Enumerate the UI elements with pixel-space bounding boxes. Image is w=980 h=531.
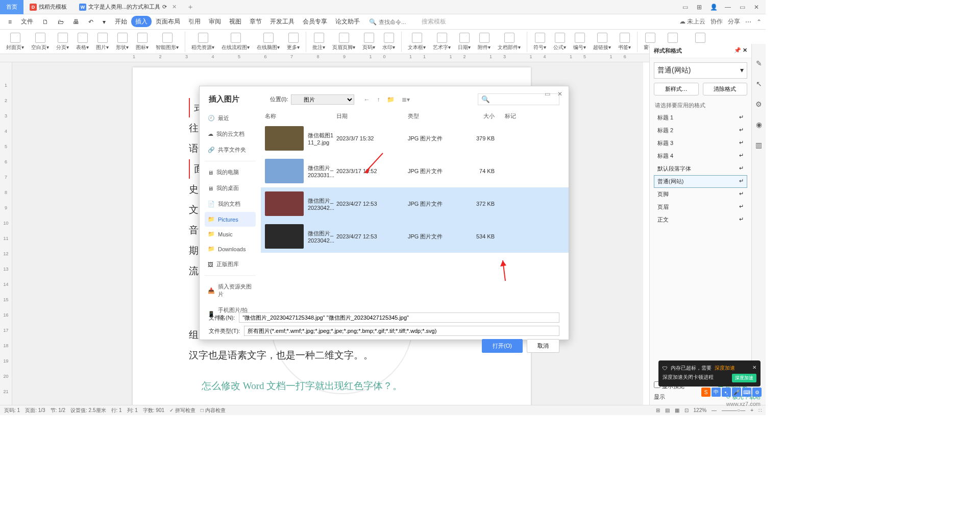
share-button[interactable]: 分享 [728,17,740,26]
ribbon-超链接[interactable]: 超链接▾ [590,33,614,51]
sidebar-共享文件夹[interactable]: 🔗共享文件夹 [205,142,256,158]
ime-mic-icon[interactable]: 🎤 [732,388,741,397]
status-right-item[interactable]: ———○— [722,407,745,413]
ribbon-封面页[interactable]: 封面页▾ [3,33,27,51]
sidebar-插入资源夹图片[interactable]: 📥插入资源夹图片 [205,279,256,302]
sidetool-nav-icon[interactable]: ◉ [756,120,762,129]
status-item[interactable]: 节: 1/2 [51,407,65,413]
menu-插入[interactable]: 插入 [131,16,152,27]
ribbon-分页[interactable]: 分页▾ [53,33,72,51]
ribbon-在线脑图[interactable]: 在线脑图▾ [254,33,283,51]
notif-close-icon[interactable]: ✕ [752,365,756,370]
sidetool-edit-icon[interactable]: ✎ [756,59,762,67]
status-right-item[interactable]: ⊞ [656,407,660,413]
sidebar-正版图库[interactable]: 🖼正版图库 [205,256,256,272]
menu-页面布局[interactable]: 页面布局 [152,16,184,27]
style-item[interactable]: 页眉↵ [654,201,747,213]
menu-审阅[interactable]: 审阅 [205,16,225,27]
dialog-close-icon[interactable]: ✕ [557,90,562,98]
status-item[interactable]: 页面: 1/3 [25,407,45,413]
win-user-icon[interactable]: 👤 [708,4,719,11]
sidebar-我的文档[interactable]: 📄我的文档 [205,196,256,212]
tab-add[interactable]: ＋ [183,3,198,12]
template-search[interactable]: 搜索模板 [422,17,446,26]
collab-button[interactable]: 协作 [710,17,723,26]
ime-logo-icon[interactable]: S [701,388,710,397]
ribbon-稻壳资源[interactable]: 稻壳资源▾ [188,33,217,51]
status-right-item[interactable]: ∷ [758,407,762,413]
style-item[interactable]: 标题 3↵ [654,137,747,150]
col-tag[interactable]: 标记 [495,112,525,120]
sidebar-我的电脑[interactable]: 🖥我的电脑 [205,164,256,180]
notif-action-button[interactable]: 深度加速 [732,374,756,382]
status-item[interactable]: 页码: 1 [4,407,20,413]
ribbon-艺术字[interactable]: 艺术字▾ [430,33,454,51]
file-row[interactable]: 微信图片_2023031...2023/3/17 10:52JPG 图片文件74… [261,155,569,187]
quick-redo-icon[interactable]: ▾ [99,16,110,28]
file-row[interactable]: 微信截图111_2.jpg2023/3/7 15:32JPG 图片文件379 K… [261,122,569,155]
sidetool-settings-icon[interactable]: ⚙ [755,100,762,108]
status-item[interactable]: □ 内容检查 [201,407,226,413]
win-max-icon[interactable]: ▭ [737,4,747,11]
sidebar-Music[interactable]: 📁Music [205,227,256,242]
command-search-input[interactable] [379,19,420,25]
dialog-min-icon[interactable]: ▭ [545,90,550,98]
quick-print-icon[interactable]: 🖶 [69,16,83,28]
tab-document[interactable]: W文字是人类用...的方式和工具⟳✕ [73,0,183,14]
style-item[interactable]: 标题 1↵ [654,111,747,124]
col-type[interactable]: 类型 [408,112,459,120]
status-right-item[interactable]: ▦ [675,407,679,413]
status-item[interactable]: ✓ 拼写检查 [169,407,195,413]
hamburger-icon[interactable]: ≡ [4,16,16,28]
ribbon-符号[interactable]: 符号▾ [530,33,549,51]
sidebar-Downloads[interactable]: 📁Downloads [205,242,256,256]
cloud-status[interactable]: ☁ 未上云 [679,17,705,26]
ribbon-页码[interactable]: 页码▾ [359,33,378,51]
ribbon-智能图形[interactable]: 智能图形▾ [153,33,182,51]
clear-format-button[interactable]: 清除格式 [703,83,748,95]
new-style-button[interactable]: 新样式… [654,83,699,95]
ribbon-文档部件[interactable]: 文档部件▾ [495,33,524,51]
filename-input[interactable] [239,312,559,323]
menu-开发工具[interactable]: 开发工具 [266,16,299,27]
ribbon-页眉页脚[interactable]: 页眉页脚▾ [329,33,358,51]
ribbon-表格[interactable]: 表格▾ [73,33,92,51]
ribbon-附件[interactable]: 附件▾ [475,33,494,51]
style-item[interactable]: 普通(网站)↵ [654,175,747,188]
ribbon-图标[interactable]: 图标▾ [133,33,152,51]
ribbon-公式[interactable]: 公式▾ [550,33,569,51]
ribbon-文本框[interactable]: 文本框▾ [405,33,429,51]
current-style-select[interactable]: 普通(网站)▾ [654,62,747,79]
sidebar-我的桌面[interactable]: 🖥我的桌面 [205,180,256,196]
menu-视图[interactable]: 视图 [225,16,246,27]
menu-file[interactable]: 文件 [17,15,37,28]
ribbon-书签[interactable]: 书签▾ [615,33,634,51]
tab-close-icon[interactable]: ✕ [172,4,177,10]
menu-会员专享[interactable]: 会员专享 [299,16,331,27]
open-button[interactable]: 打开(O) [482,339,523,353]
ribbon-编号[interactable]: 编号▾ [570,33,589,51]
tab-doc-opts[interactable]: ⟳ [162,4,167,10]
menu-引用[interactable]: 引用 [184,16,205,27]
tab-templates[interactable]: D找稻壳模板 [23,0,73,14]
win-min-icon[interactable]: — [723,4,733,11]
ribbon-在线流程图[interactable]: 在线流程图▾ [218,33,253,51]
status-right-item[interactable]: — [712,407,717,413]
style-item[interactable]: 标题 4↵ [654,150,747,162]
ime-punct-icon[interactable]: •, [722,388,731,397]
collapse-ribbon-icon[interactable]: ⌃ [756,18,762,26]
status-right-item[interactable]: 122% [694,407,707,413]
status-right-item[interactable]: + [750,407,753,413]
status-item[interactable]: 字数: 901 [143,407,164,413]
file-row[interactable]: 微信图片_2023042...2023/4/27 12:53JPG 图片文件37… [261,187,569,220]
nav-up-icon[interactable]: ↑ [377,96,380,103]
ribbon-图片[interactable]: 图片▾ [93,33,112,51]
status-item[interactable]: 行: 1 [111,407,122,413]
menu-章节[interactable]: 章节 [246,16,266,27]
style-item[interactable]: 正文↵ [654,213,747,226]
nav-view-icon[interactable]: ≣▾ [402,96,410,103]
col-date[interactable]: 日期 [336,112,408,120]
sidetool-layers-icon[interactable]: ▥ [755,141,762,149]
quick-open-icon[interactable]: 🗁 [54,16,68,28]
more-icon[interactable]: ⋯ [745,18,751,26]
